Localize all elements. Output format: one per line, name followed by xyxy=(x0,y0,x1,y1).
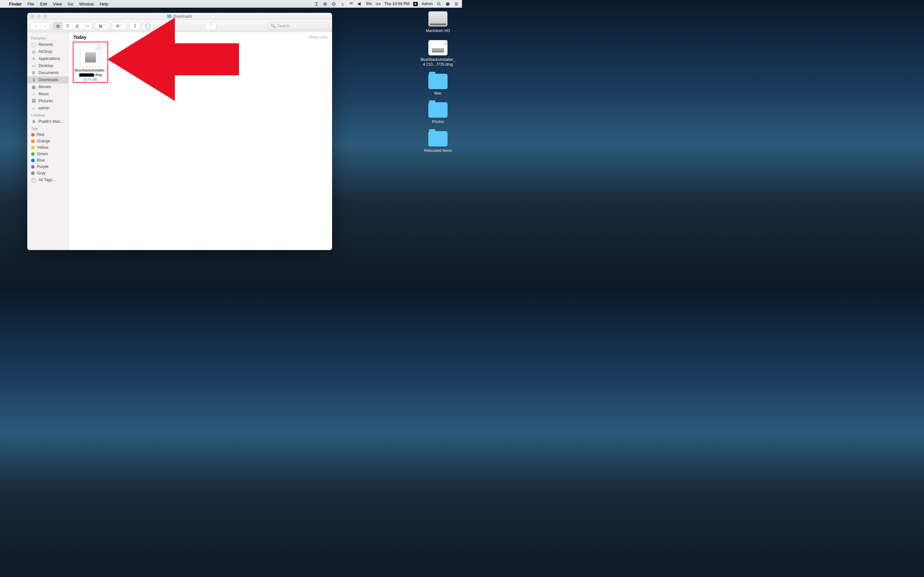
action-group: ✿ ˅ xyxy=(112,22,127,30)
sidebar-item-airdrop[interactable]: ◎AirDrop xyxy=(27,48,69,55)
clock[interactable]: Thu 10:59 PM xyxy=(384,2,410,6)
menu-edit[interactable]: Edit xyxy=(40,2,47,6)
path-dropdown[interactable]: ˅ xyxy=(205,22,216,30)
traffic-lights xyxy=(31,15,47,18)
menu-help[interactable]: Help xyxy=(100,2,108,6)
user-name[interactable]: Admin xyxy=(422,2,433,6)
sidebar-item-recents[interactable]: 🕘Recents xyxy=(27,41,69,48)
sidebar-item-label: Applications xyxy=(39,56,60,61)
list-view-button[interactable]: ☰ xyxy=(63,23,73,29)
desktop-icon-hd[interactable]: Macintosh HD xyxy=(420,11,456,34)
sidebar-item-label: All Tags... xyxy=(39,177,56,182)
tag-dot-icon xyxy=(31,133,35,137)
desktop-label: Macintosh HD xyxy=(426,29,450,34)
notification-center-icon[interactable] xyxy=(454,2,459,6)
sidebar-all-tags[interactable]: ◯ All Tags... xyxy=(27,176,69,183)
sidebar-tag-blue[interactable]: Blue xyxy=(27,157,69,163)
spotlight-icon[interactable] xyxy=(437,2,441,6)
sidebar-item-label: Green xyxy=(37,152,48,156)
sidebar-item-label: Downloads xyxy=(39,77,58,82)
forward-button[interactable]: › xyxy=(40,23,50,29)
sidebar-item-label: AirDrop xyxy=(39,49,52,54)
sidebar-item-label: Pratik's Mac... xyxy=(39,119,63,124)
hd-icon xyxy=(428,11,447,27)
dmg-icon xyxy=(428,40,447,55)
show-less-button[interactable]: Show Less xyxy=(309,35,328,39)
file-item-bluestacks[interactable]: BlueStacksInstaller_.dmg 617.1 MB xyxy=(73,42,108,83)
desktop-label: Photos xyxy=(432,119,444,125)
desktop-icon-folder-photos[interactable]: Photos xyxy=(420,102,456,125)
all-tags-icon: ◯ xyxy=(31,177,36,182)
user-badge[interactable]: A xyxy=(413,2,417,6)
back-button[interactable]: ‹ xyxy=(31,23,40,29)
menu-window[interactable]: Window xyxy=(79,2,94,6)
svg-point-1 xyxy=(325,3,326,5)
computer-icon: 🖥 xyxy=(31,119,36,124)
wifi-fan-icon[interactable] xyxy=(314,2,319,6)
section-title: Today xyxy=(73,35,86,40)
content-area: Today Show Less BlueStacksInstaller_.dmg… xyxy=(69,32,332,250)
sidebar-item-admin[interactable]: ⌂admin xyxy=(27,105,69,111)
sidebar-icon: A xyxy=(31,56,36,61)
column-view-button[interactable]: ▥ xyxy=(73,23,82,29)
sidebar-item-label: admin xyxy=(39,106,49,110)
sidebar-tag-yellow[interactable]: Yellow xyxy=(27,144,69,151)
battery-percent: 5% xyxy=(366,2,372,6)
sidebar-item-desktop[interactable]: ▭Desktop xyxy=(27,62,69,69)
search-field[interactable]: 🔍 Search xyxy=(268,22,329,30)
desktop-icon-folder-mac[interactable]: Mac xyxy=(420,74,456,96)
sidebar-item-downloads[interactable]: ⬇Downloads xyxy=(27,76,69,83)
search-icon: 🔍 xyxy=(271,24,276,28)
gallery-view-button[interactable]: ▭ xyxy=(82,23,92,29)
volume-icon[interactable] xyxy=(357,2,362,6)
wifi-icon[interactable] xyxy=(349,2,354,6)
sidebar-item-movies[interactable]: ▦Movies xyxy=(27,83,69,90)
folder-icon xyxy=(167,15,172,18)
file-name-prefix: BlueStacksInstaller_ xyxy=(74,68,107,72)
folder-icon xyxy=(428,131,447,147)
svg-point-6 xyxy=(446,2,449,5)
redacted-text xyxy=(79,73,94,77)
sidebar-tag-red[interactable]: Red xyxy=(27,131,69,138)
sidebar-tag-green[interactable]: Green xyxy=(27,151,69,157)
close-button[interactable] xyxy=(31,15,34,18)
folder-icon xyxy=(428,102,447,118)
sidebar-location[interactable]: 🖥Pratik's Mac... xyxy=(27,118,69,125)
siri-icon[interactable] xyxy=(445,2,450,6)
zoom-button[interactable] xyxy=(43,15,47,18)
sidebar-header-tags: Tags xyxy=(27,125,69,131)
sidebar-tag-purple[interactable]: Purple xyxy=(27,163,69,170)
folder-icon xyxy=(428,74,447,89)
minimize-button[interactable] xyxy=(37,15,41,18)
sidebar-item-label: Yellow xyxy=(37,145,48,150)
sidebar-icon: ⬇ xyxy=(31,77,36,82)
sidebar-item-documents[interactable]: 🗎Documents xyxy=(27,69,69,76)
titlebar[interactable]: Downloads xyxy=(27,13,332,20)
share-button[interactable]: ⇪ xyxy=(129,22,140,30)
bluetooth-icon[interactable] xyxy=(340,2,345,6)
sidebar-icon: ⌂ xyxy=(31,105,36,111)
menubar-app[interactable]: Finder xyxy=(9,2,22,6)
arrange-button[interactable]: ▦ ˅ xyxy=(95,23,109,29)
sidebar-item-pictures[interactable]: 🖼Pictures xyxy=(27,97,69,105)
tags-button[interactable]: ◯ xyxy=(143,22,153,30)
finder-window: Downloads ‹ › ▦ ☰ ▥ ▭ ▦ ˅ ✿ ˅ ⇪ ◯ ˅ 🔍 Se… xyxy=(27,13,332,250)
menu-go[interactable]: Go xyxy=(68,2,73,6)
action-button[interactable]: ✿ ˅ xyxy=(112,23,126,29)
section-header: Today Show Less xyxy=(69,32,332,42)
icon-view-button[interactable]: ▦ xyxy=(53,23,63,29)
sidebar-item-applications[interactable]: AApplications xyxy=(27,55,69,62)
cc-icon[interactable] xyxy=(323,2,328,6)
svg-point-0 xyxy=(324,2,326,5)
menu-view[interactable]: View xyxy=(53,2,62,6)
desktop-icon-dmg[interactable]: BlueStacksInstaller_4.210....f735.dmg xyxy=(420,40,456,67)
svg-rect-4 xyxy=(380,3,380,5)
sidebar-item-music[interactable]: ♪Music xyxy=(27,90,69,97)
battery-icon[interactable] xyxy=(376,2,381,6)
sidebar-tag-gray[interactable]: Gray xyxy=(27,170,69,176)
tag-dot-icon xyxy=(31,171,35,175)
menu-file[interactable]: File xyxy=(27,2,34,6)
sidebar-tag-orange[interactable]: Orange xyxy=(27,138,69,144)
timemachine-icon[interactable] xyxy=(331,2,336,6)
desktop-icon-folder-relocated[interactable]: Relocated Items xyxy=(420,131,456,153)
